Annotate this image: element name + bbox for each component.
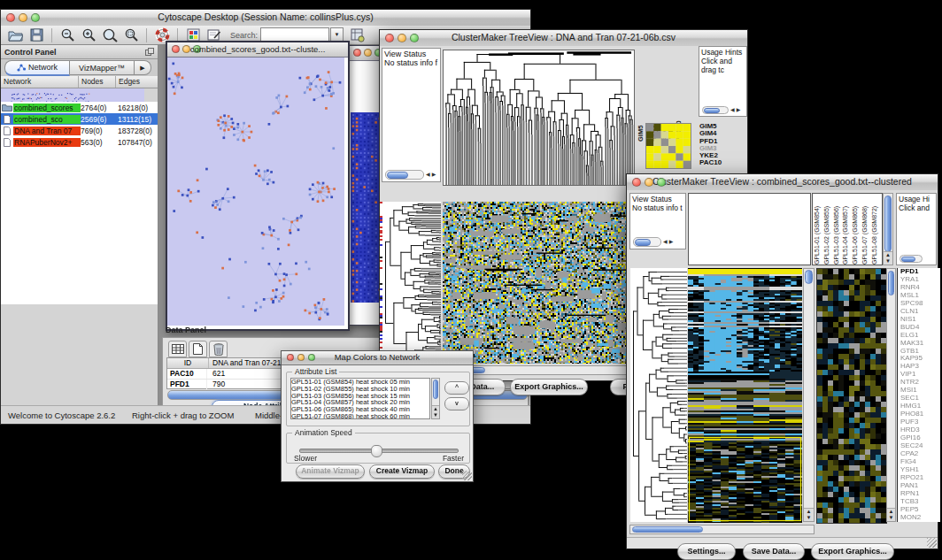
close-button[interactable] bbox=[6, 13, 15, 22]
zoom-in-icon[interactable] bbox=[80, 27, 97, 43]
column-label: GPL51-02 (GSM855) bbox=[823, 194, 833, 265]
tv2-export-graphics-button[interactable]: Export Graphics... bbox=[811, 543, 894, 560]
minimize-button[interactable] bbox=[19, 13, 27, 22]
tv2-zoom-heatmap[interactable] bbox=[816, 268, 887, 524]
column-label: GPL51-04 (GSM857) bbox=[842, 194, 852, 265]
zoom-fit-icon[interactable] bbox=[122, 27, 140, 43]
id-column-header[interactable]: ID bbox=[167, 358, 209, 368]
usage-hints-title: Usage Hints bbox=[699, 47, 746, 57]
main-title-bar[interactable]: Cytoscape Desktop (Session Name: collins… bbox=[1, 10, 530, 27]
column-label: GPL51-01 (GSM854) bbox=[814, 194, 823, 265]
treeview1-title: ClusterMaker TreeView : DNA and Tran 07-… bbox=[380, 32, 747, 42]
network-list-row[interactable]: combined_scores 2764(0) 16218(0) bbox=[1, 102, 158, 113]
treeview1-title-bar[interactable]: ClusterMaker TreeView : DNA and Tran 07-… bbox=[380, 30, 747, 47]
close-button[interactable] bbox=[632, 178, 641, 187]
tv1-main-heatmap[interactable] bbox=[443, 202, 634, 364]
document-icon bbox=[4, 127, 11, 135]
move-up-button[interactable]: ^ bbox=[444, 381, 469, 395]
faster-label: Faster bbox=[443, 454, 464, 463]
resize-grip[interactable] bbox=[462, 471, 472, 480]
network-list-row[interactable]: combined_sco 2569(6) 13112(15) bbox=[1, 113, 158, 125]
close-button[interactable] bbox=[287, 354, 294, 361]
animation-speed-label: Animation Speed bbox=[292, 428, 355, 437]
tab-overflow-arrow[interactable]: ▶ bbox=[135, 60, 151, 75]
view-status-info: No status info t bbox=[630, 203, 685, 212]
network-list-row[interactable]: DNA and Tran 07 769(0) 183728(0) bbox=[1, 125, 158, 136]
view-status-title: View Status bbox=[630, 194, 685, 203]
tv2-settings-button[interactable]: Settings... bbox=[677, 543, 736, 560]
network-list: combined_scores 2764(0) 16218(0) combine… bbox=[1, 102, 158, 304]
minimize-button[interactable] bbox=[364, 49, 372, 57]
tv1-column-dendrogram bbox=[443, 50, 635, 186]
resize-grip[interactable] bbox=[927, 538, 937, 548]
tv1-usage-hints-panel: Usage Hints Click and drag tc ◀▶ bbox=[699, 46, 747, 117]
delete-attribute-icon[interactable] bbox=[209, 341, 228, 357]
animation-speed-slider[interactable] bbox=[299, 449, 459, 453]
status-zoom-hint: Right-click + drag to ZOOM bbox=[132, 410, 234, 420]
control-panel-tabs: Network VizMapper™ ▶ bbox=[1, 59, 158, 76]
create-vizmap-button[interactable]: Create Vizmap bbox=[369, 464, 435, 479]
minimize-button[interactable] bbox=[297, 354, 305, 361]
attribute-table-icon[interactable] bbox=[168, 341, 187, 357]
float-panel-icon[interactable] bbox=[145, 48, 154, 56]
zoom-button[interactable] bbox=[410, 34, 419, 42]
tv2-button-bar: Settings... Save Data... Export Graphics… bbox=[627, 537, 938, 548]
network-list-row[interactable]: RNAPuberNov2+ 563(0) 107847(0) bbox=[1, 136, 158, 148]
move-down-button[interactable]: v bbox=[444, 397, 469, 410]
column-label: GIM5 bbox=[637, 65, 645, 142]
tv2-main-vscrollbar[interactable]: ▲▼ bbox=[803, 268, 815, 522]
gene-label[interactable]: MON2 bbox=[900, 514, 940, 522]
tv2-save-data-button[interactable]: Save Data... bbox=[743, 543, 805, 560]
treeview2-title-bar[interactable]: ClusterMaker TreeView : combined_scores_… bbox=[627, 174, 938, 191]
map-colors-dialog: Map Colors to Network Attribute List GPL… bbox=[281, 350, 474, 482]
tv2-hints-scrollbar[interactable] bbox=[900, 255, 923, 263]
tab-vizmapper[interactable]: VizMapper™ bbox=[70, 60, 135, 75]
tv2-zoom-vscrollbar[interactable]: ▲▼ bbox=[886, 268, 896, 522]
column-label: GPL51-03 (GSM856) bbox=[833, 194, 843, 265]
tv1-row-dendrogram bbox=[382, 202, 441, 364]
tv2-column-tree-area bbox=[688, 193, 811, 265]
network-view-title: combined_scores_good.txt--cluste... bbox=[167, 44, 348, 54]
attribute-list-item[interactable]: GPL51-07 (GSM868) heat shock 60 min bbox=[291, 413, 429, 419]
document-icon bbox=[4, 115, 11, 124]
minimize-button[interactable] bbox=[645, 178, 653, 187]
attribute-list-scrollbar[interactable]: ▲▼ bbox=[431, 378, 440, 419]
tv1-status-scrollbar[interactable]: ◀▶ bbox=[385, 170, 436, 180]
treeview2-title: ClusterMaker TreeView : combined_scores_… bbox=[627, 176, 938, 187]
tv2-column-labels: GPL51-01 (GSM854)GPL51-02 (GSM855)GPL51-… bbox=[812, 193, 883, 265]
open-file-icon[interactable] bbox=[6, 27, 24, 43]
new-attribute-icon[interactable] bbox=[189, 341, 207, 357]
tv1-hints-scrollbar[interactable]: ◀▶ bbox=[702, 106, 740, 114]
animate-vizmap-button[interactable]: Animate Vizmap bbox=[296, 464, 365, 479]
document-icon bbox=[4, 138, 11, 147]
network-view-canvas[interactable] bbox=[167, 58, 344, 326]
attribute-browser-icon[interactable] bbox=[349, 27, 367, 43]
zoom-out-icon[interactable] bbox=[58, 27, 76, 43]
tv2-usage-hints-panel: Usage Hi Click and bbox=[896, 193, 937, 265]
view-status-title: View Status bbox=[382, 49, 440, 58]
tv2-row-dendrogram bbox=[630, 268, 687, 522]
tv2-hscrollbar[interactable] bbox=[629, 525, 815, 534]
tv2-gene-list[interactable]: PFD1YRA1RNR4MSL1SPC98CLN1NIS1BUD4ELG1MAK… bbox=[897, 268, 940, 522]
attribute-listbox[interactable]: GPL51-01 (GSM854) heat shock 05 minGPL51… bbox=[290, 378, 430, 419]
dialog-title-bar[interactable]: Map Colors to Network bbox=[282, 351, 473, 365]
slider-thumb[interactable] bbox=[371, 445, 382, 457]
zoom-selected-icon[interactable] bbox=[101, 27, 119, 43]
close-button[interactable] bbox=[353, 49, 361, 57]
tv2-status-scrollbar[interactable]: ◀▶ bbox=[633, 237, 673, 247]
tab-network[interactable]: Network bbox=[4, 60, 70, 76]
usage-hints-title: Usage Hi bbox=[897, 194, 936, 203]
zoom-button[interactable] bbox=[308, 354, 315, 361]
network-view-title-bar[interactable]: combined_scores_good.txt--cluste... bbox=[167, 42, 348, 58]
zoom-button[interactable] bbox=[657, 178, 666, 187]
zoom-button[interactable] bbox=[31, 13, 40, 22]
tv2-main-heatmap[interactable] bbox=[688, 268, 802, 523]
save-icon[interactable] bbox=[27, 27, 45, 43]
close-button[interactable] bbox=[385, 34, 394, 42]
minimize-button[interactable] bbox=[398, 34, 406, 42]
tv1-summary-heatmap[interactable] bbox=[645, 123, 691, 169]
tv2-labels-scrollbar[interactable]: ▲▼ bbox=[883, 193, 893, 265]
window-controls[interactable] bbox=[6, 13, 40, 22]
control-panel-title: Control Panel bbox=[4, 48, 57, 57]
tv1-export-graphics-button[interactable]: Export Graphics... bbox=[510, 379, 588, 395]
